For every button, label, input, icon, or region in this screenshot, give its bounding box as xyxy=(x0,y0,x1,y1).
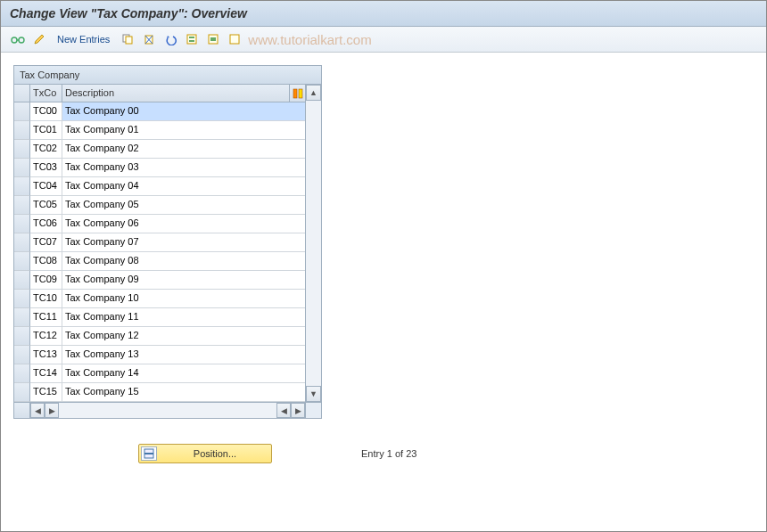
row-selector[interactable] xyxy=(14,159,30,177)
table-panel-title: Tax Company xyxy=(14,66,321,85)
cell-description[interactable]: Tax Company 00 xyxy=(62,102,305,121)
table-row: TC01Tax Company 01 xyxy=(14,121,305,140)
delete-button[interactable] xyxy=(139,30,159,48)
cell-description[interactable]: Tax Company 07 xyxy=(62,233,305,252)
vertical-scrollbar[interactable]: ▲ ▼ xyxy=(305,85,321,402)
cell-description[interactable]: Tax Company 15 xyxy=(62,383,305,402)
cell-txco[interactable]: TC05 xyxy=(30,196,62,215)
position-button[interactable]: Position... xyxy=(138,444,272,463)
row-selector[interactable] xyxy=(14,140,30,159)
scroll-left-step-button[interactable]: ▶ xyxy=(45,403,59,418)
cell-txco[interactable]: TC07 xyxy=(30,233,62,252)
scroll-up-button[interactable]: ▲ xyxy=(306,85,321,101)
watermark-text: www.tutorialkart.com xyxy=(248,32,371,47)
row-selector[interactable] xyxy=(14,290,30,308)
undo-button[interactable] xyxy=(161,30,180,48)
deselect-all-button[interactable] xyxy=(225,30,244,48)
copy-button[interactable] xyxy=(118,30,137,48)
table-row: TC02Tax Company 02 xyxy=(14,140,305,159)
cell-description[interactable]: Tax Company 03 xyxy=(62,159,305,177)
cell-txco[interactable]: TC15 xyxy=(30,383,62,402)
table-row: TC09Tax Company 09 xyxy=(14,271,305,290)
row-selector[interactable] xyxy=(14,252,30,271)
new-entries-button[interactable]: New Entries xyxy=(51,30,116,48)
table-settings-button[interactable] xyxy=(289,85,305,102)
deselect-icon xyxy=(228,33,241,45)
footer-row: Position... Entry 1 of 23 xyxy=(13,444,754,463)
svg-rect-5 xyxy=(187,35,196,44)
table-row: TC15Tax Company 15 xyxy=(14,383,305,402)
display-change-button[interactable] xyxy=(8,30,28,48)
cell-txco[interactable]: TC09 xyxy=(30,271,62,290)
table-row: TC08Tax Company 08 xyxy=(14,252,305,271)
cell-txco[interactable]: TC11 xyxy=(30,308,62,327)
cell-description[interactable]: Tax Company 09 xyxy=(62,271,305,290)
scroll-left-button[interactable]: ◀ xyxy=(30,403,45,418)
cell-description[interactable]: Tax Company 08 xyxy=(62,252,305,271)
cell-description[interactable]: Tax Company 12 xyxy=(62,327,305,346)
scroll-track[interactable] xyxy=(306,101,321,386)
cell-txco[interactable]: TC01 xyxy=(30,121,62,140)
row-selector[interactable] xyxy=(14,177,30,196)
table-row: TC07Tax Company 07 xyxy=(14,233,305,252)
cell-txco[interactable]: TC02 xyxy=(30,140,62,159)
cell-description[interactable]: Tax Company 14 xyxy=(62,364,305,383)
svg-rect-10 xyxy=(230,35,239,44)
cell-description[interactable]: Tax Company 02 xyxy=(62,140,305,159)
cell-txco[interactable]: TC10 xyxy=(30,290,62,308)
cell-txco[interactable]: TC12 xyxy=(30,327,62,346)
content-area: Tax Company TxCo Description TC00Tax Com… xyxy=(1,53,766,476)
cell-description[interactable]: Tax Company 01 xyxy=(62,121,305,140)
cell-description[interactable]: Tax Company 06 xyxy=(62,215,305,233)
svg-rect-12 xyxy=(299,89,302,98)
cell-description[interactable]: Tax Company 05 xyxy=(62,196,305,215)
header-txco[interactable]: TxCo xyxy=(30,85,62,102)
hscroll-corner-left xyxy=(14,403,30,418)
select-all-button[interactable] xyxy=(182,30,202,48)
cell-description[interactable]: Tax Company 10 xyxy=(62,290,305,308)
tax-company-table-panel: Tax Company TxCo Description TC00Tax Com… xyxy=(13,65,322,419)
cell-txco[interactable]: TC08 xyxy=(30,252,62,271)
select-block-button[interactable] xyxy=(203,30,223,48)
cell-txco[interactable]: TC13 xyxy=(30,346,62,364)
row-selector[interactable] xyxy=(14,121,30,140)
row-selector[interactable] xyxy=(14,196,30,215)
row-selector[interactable] xyxy=(14,308,30,327)
cell-txco[interactable]: TC06 xyxy=(30,215,62,233)
row-selector[interactable] xyxy=(14,233,30,252)
table-header-row: TxCo Description xyxy=(14,85,305,102)
copy-icon xyxy=(121,33,134,45)
glasses-icon xyxy=(11,34,25,45)
delete-icon xyxy=(143,33,155,45)
header-selector-column[interactable] xyxy=(14,85,30,102)
table-row: TC11Tax Company 11 xyxy=(14,308,305,327)
cell-description[interactable]: Tax Company 04 xyxy=(62,177,305,196)
row-selector[interactable] xyxy=(14,383,30,402)
hscroll-track[interactable] xyxy=(59,403,276,418)
scroll-right-button[interactable]: ▶ xyxy=(291,403,305,418)
cell-txco[interactable]: TC03 xyxy=(30,159,62,177)
row-selector[interactable] xyxy=(14,364,30,383)
row-selector[interactable] xyxy=(14,215,30,233)
table-row: TC03Tax Company 03 xyxy=(14,159,305,177)
table-row: TC13Tax Company 13 xyxy=(14,346,305,364)
table-row: TC04Tax Company 04 xyxy=(14,177,305,196)
scroll-down-button[interactable]: ▼ xyxy=(306,386,321,402)
select-all-icon xyxy=(186,33,198,45)
change-button[interactable] xyxy=(29,30,49,48)
cell-txco[interactable]: TC00 xyxy=(30,102,62,121)
table-row: TC10Tax Company 10 xyxy=(14,290,305,308)
select-block-icon xyxy=(207,33,219,45)
horizontal-scrollbar[interactable]: ◀ ▶ ◀ ▶ xyxy=(14,402,321,418)
row-selector[interactable] xyxy=(14,102,30,121)
row-selector[interactable] xyxy=(14,346,30,364)
cell-description[interactable]: Tax Company 11 xyxy=(62,308,305,327)
cell-txco[interactable]: TC04 xyxy=(30,177,62,196)
row-selector[interactable] xyxy=(14,327,30,346)
pencil-icon xyxy=(33,33,45,45)
row-selector[interactable] xyxy=(14,271,30,290)
scroll-right-step-button[interactable]: ◀ xyxy=(276,403,291,418)
cell-txco[interactable]: TC14 xyxy=(30,364,62,383)
header-description[interactable]: Description xyxy=(62,85,289,102)
cell-description[interactable]: Tax Company 13 xyxy=(62,346,305,364)
